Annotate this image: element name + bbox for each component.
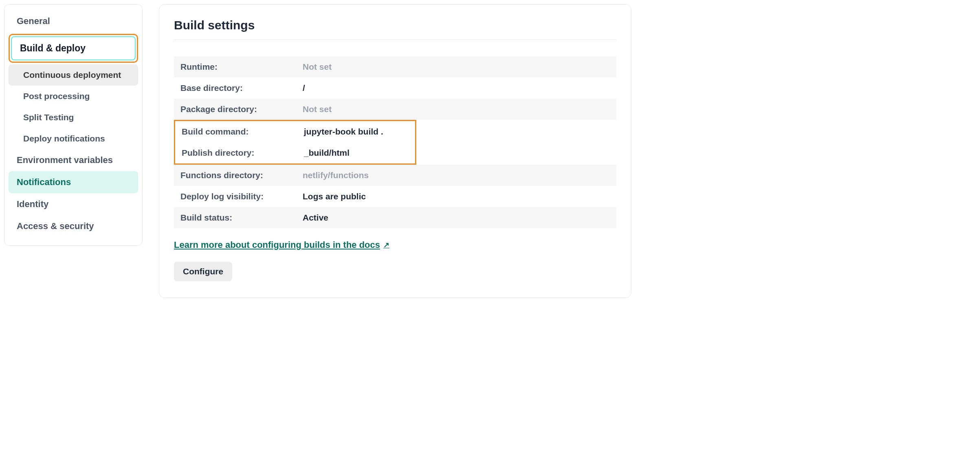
highlight-build-publish: Build command: jupyter-book build . Publ… [174, 120, 416, 165]
settings-sidebar: General Build & deploy Continuous deploy… [4, 4, 143, 246]
docs-link[interactable]: Learn more about configuring builds in t… [174, 240, 389, 250]
sidebar-item-general[interactable]: General [9, 10, 138, 32]
sidebar-item-identity[interactable]: Identity [9, 193, 138, 215]
row-build-status: Build status: Active [174, 207, 616, 228]
row-publish-directory: Publish directory: _build/html [175, 142, 415, 163]
row-build-command: Build command: jupyter-book build . [175, 121, 415, 142]
row-deploy-log-visibility: Deploy log visibility: Logs are public [174, 186, 616, 207]
row-label-package-directory: Package directory: [180, 104, 303, 114]
row-value-deploy-log-visibility: Logs are public [303, 192, 366, 201]
sidebar-sub-deploy-notifications[interactable]: Deploy notifications [9, 128, 138, 149]
row-value-build-status: Active [303, 213, 328, 223]
sidebar-item-environment-variables[interactable]: Environment variables [9, 149, 138, 171]
row-functions-directory: Functions directory: netlify/functions [174, 165, 616, 186]
sidebar-sub-post-processing[interactable]: Post processing [9, 86, 138, 107]
row-value-build-command: jupyter-book build . [304, 127, 383, 137]
row-label-deploy-log-visibility: Deploy log visibility: [180, 192, 303, 201]
docs-link-text: Learn more about configuring builds in t… [174, 240, 380, 250]
row-label-build-status: Build status: [180, 213, 303, 223]
row-label-publish-directory: Publish directory: [182, 148, 304, 158]
external-link-icon: ↗ [383, 241, 389, 249]
row-label-functions-directory: Functions directory: [180, 170, 303, 180]
sidebar-item-build-deploy[interactable]: Build & deploy [11, 36, 136, 60]
sidebar-item-notifications[interactable]: Notifications [9, 171, 138, 193]
panel-title: Build settings [174, 18, 616, 40]
row-runtime: Runtime: Not set [174, 56, 616, 77]
row-value-runtime: Not set [303, 62, 332, 72]
build-settings-panel: Build settings Runtime: Not set Base dir… [159, 4, 631, 298]
row-value-functions-directory: netlify/functions [303, 170, 369, 180]
row-label-build-command: Build command: [182, 127, 304, 137]
row-value-publish-directory: _build/html [304, 148, 349, 158]
configure-button[interactable]: Configure [174, 262, 232, 281]
build-settings-list: Runtime: Not set Base directory: / Packa… [174, 56, 616, 228]
sidebar-sub-continuous-deployment[interactable]: Continuous deployment [9, 64, 138, 86]
row-value-base-directory: / [303, 83, 305, 93]
sidebar-item-access-security[interactable]: Access & security [9, 215, 138, 237]
row-label-base-directory: Base directory: [180, 83, 303, 93]
row-base-directory: Base directory: / [174, 77, 616, 99]
row-package-directory: Package directory: Not set [174, 99, 616, 120]
highlight-build-deploy: Build & deploy [9, 34, 138, 63]
row-value-package-directory: Not set [303, 104, 332, 114]
row-label-runtime: Runtime: [180, 62, 303, 72]
sidebar-sub-split-testing[interactable]: Split Testing [9, 107, 138, 128]
